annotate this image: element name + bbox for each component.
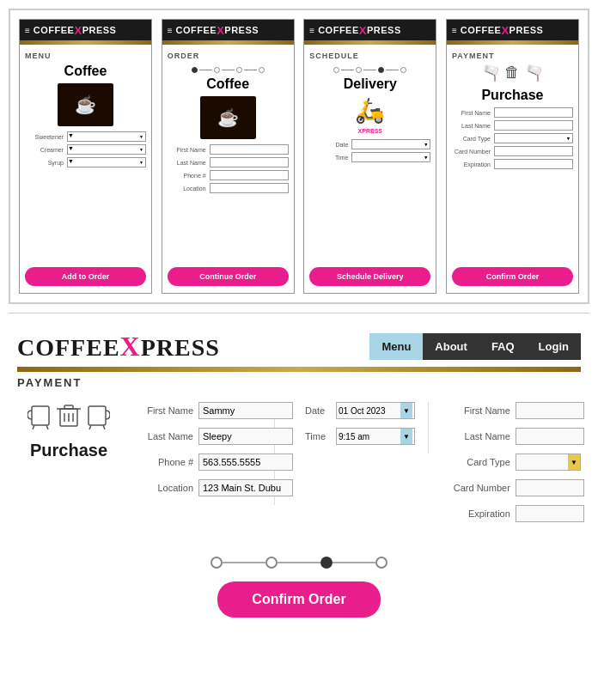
syrup-select[interactable]: ▼	[67, 157, 146, 167]
creamer-select[interactable]: ▼	[67, 144, 146, 155]
mobile-brand-payment: COFFEEXPRESS	[461, 24, 544, 37]
time-row: Time 9:15 am ▼	[305, 428, 415, 445]
location-row-order: Location	[168, 183, 289, 193]
main-location-row: Location	[137, 479, 261, 496]
right-expiration-label: Expiration	[450, 508, 510, 519]
add-to-order-button[interactable]: Add to Order	[25, 267, 146, 286]
time-select-schedule[interactable]: ▼	[351, 152, 430, 162]
section-title-payment: PAYMENT	[452, 52, 573, 60]
sdot-line-2	[363, 70, 376, 71]
right-cardnumber-input[interactable]	[516, 479, 584, 496]
cardnumber-label-payment: Card Number	[452, 149, 491, 155]
nav-tab-menu[interactable]: Menu	[369, 333, 423, 360]
dot-line-3	[244, 70, 257, 71]
cardtype-row-payment: Card Type ▼	[452, 133, 573, 143]
mobile-brand-order: COFFEEXPRESS	[176, 24, 259, 37]
mobile-body-schedule: SCHEDULE Delivery 🛵 XPRESS Date ▼ Time ▼	[304, 45, 436, 293]
prog-dot-3	[320, 557, 333, 569]
mobile-brand-schedule: COFFEEXPRESS	[318, 24, 401, 37]
svg-rect-0	[32, 406, 49, 425]
cardnumber-input-payment[interactable]	[494, 146, 573, 156]
sdot-line-1	[341, 70, 354, 71]
mobile-card-menu: ≡ COFFEEXPRESS MENU Coffee Sweetener ▼ C…	[19, 19, 152, 294]
expiration-row-payment: Expiration	[452, 159, 573, 169]
main-lastname-input[interactable]	[198, 428, 293, 445]
main-location-input[interactable]	[198, 479, 293, 496]
mobile-mockups-strip: ≡ COFFEEXPRESS MENU Coffee Sweetener ▼ C…	[9, 9, 589, 304]
section-title-schedule: SCHEDULE	[309, 52, 430, 60]
main-firstname-label: First Name	[137, 405, 193, 416]
dot-line-2	[222, 70, 235, 71]
firstname-input-payment[interactable]	[494, 107, 573, 118]
right-cardnumber-row: Card Number	[450, 479, 581, 496]
lastname-input-order[interactable]	[210, 157, 289, 167]
right-lastname-row: Last Name	[450, 428, 581, 445]
right-expiration-row: Expiration	[450, 505, 581, 522]
gold-bar-main	[17, 367, 581, 372]
right-lastname-input[interactable]	[516, 428, 584, 445]
nav-tab-about[interactable]: About	[423, 333, 479, 360]
purchase-label: Purchase	[30, 441, 107, 460]
right-cardtype-row: Card Type ▼	[450, 453, 581, 471]
confirm-order-button[interactable]: Confirm Order	[217, 581, 380, 618]
continue-order-button[interactable]: Continue Order	[168, 267, 289, 286]
nav-tab-faq[interactable]: FAQ	[479, 333, 527, 360]
brand-x-letter: X	[120, 331, 141, 362]
mobile-header-order: ≡ COFFEEXPRESS	[162, 20, 294, 40]
right-firstname-input[interactable]	[516, 402, 584, 419]
date-label-schedule: Date	[309, 142, 348, 148]
cardtype-select-payment[interactable]: ▼	[494, 133, 573, 143]
confirm-order-button-mobile[interactable]: Confirm Order	[452, 267, 573, 286]
cup-icon-3: 🫗	[524, 64, 543, 82]
x-letter: X	[74, 24, 82, 37]
main-lastname-row: Last Name	[137, 428, 261, 445]
prog-dot-2	[265, 557, 278, 569]
main-section: COFFEEXPRESS Menu About FAQ Login PAYMEN…	[0, 322, 598, 626]
location-label-order: Location	[168, 186, 206, 192]
main-content: Purchase First Name Last Name Phone # Lo…	[17, 402, 581, 531]
coffee-image-order	[200, 96, 256, 139]
svg-rect-5	[64, 405, 73, 409]
right-cardtype-select[interactable]: ▼	[516, 453, 581, 471]
time-select[interactable]: 9:15 am ▼	[336, 428, 415, 445]
main-phone-input[interactable]	[198, 453, 293, 471]
date-select[interactable]: 01 Oct 2023 ▼	[336, 402, 415, 419]
date-select-schedule[interactable]: ▼	[351, 139, 430, 149]
sweetener-row: Sweetener ▼	[25, 131, 146, 142]
sdot-3	[378, 67, 384, 73]
firstname-input-order[interactable]	[210, 144, 289, 155]
right-expiration-input[interactable]	[516, 505, 584, 522]
expiration-input-payment[interactable]	[494, 159, 573, 169]
sweetener-select[interactable]: ▼	[67, 131, 146, 142]
schedule-delivery-button[interactable]: Schedule Delivery	[309, 267, 430, 286]
main-title-schedule: Delivery	[309, 76, 430, 92]
time-label: Time	[305, 431, 331, 441]
trash-icon-center	[57, 402, 81, 432]
sdot-line-3	[386, 70, 399, 71]
dot-line-1	[199, 70, 212, 71]
right-cardtype-label: Card Type	[450, 457, 510, 467]
date-row-schedule: Date ▼	[309, 139, 430, 149]
main-firstname-input[interactable]	[198, 402, 293, 419]
lastname-row-order: Last Name	[168, 157, 289, 167]
coffee-image	[58, 83, 113, 126]
mobile-header-payment: ≡ COFFEEXPRESS	[447, 20, 578, 40]
svg-line-11	[103, 425, 105, 429]
firstname-row-order: First Name	[168, 144, 289, 155]
nav-tab-login[interactable]: Login	[527, 333, 581, 360]
phone-input-order[interactable]	[210, 170, 289, 180]
cup-icon-1: 🫗	[481, 64, 500, 82]
creamer-label: Creamer	[25, 147, 64, 153]
mobile-card-payment: ≡ COFFEEXPRESS PAYMENT 🫗 🗑 🫗 Purchase Fi…	[446, 19, 579, 294]
lastname-input-payment[interactable]	[494, 120, 573, 131]
dot-1	[192, 67, 198, 73]
firstname-label-payment: First Name	[452, 110, 491, 116]
main-phone-label: Phone #	[137, 457, 193, 467]
mobile-body-menu: MENU Coffee Sweetener ▼ Creamer ▼ Syrup …	[20, 45, 151, 293]
payment-section-title: PAYMENT	[17, 376, 581, 389]
location-input-order[interactable]	[210, 183, 289, 193]
purchase-icons-large	[27, 402, 110, 432]
x-letter-schedule: X	[359, 24, 367, 37]
right-firstname-label: First Name	[450, 405, 510, 416]
time-row-schedule: Time ▼	[309, 152, 430, 162]
